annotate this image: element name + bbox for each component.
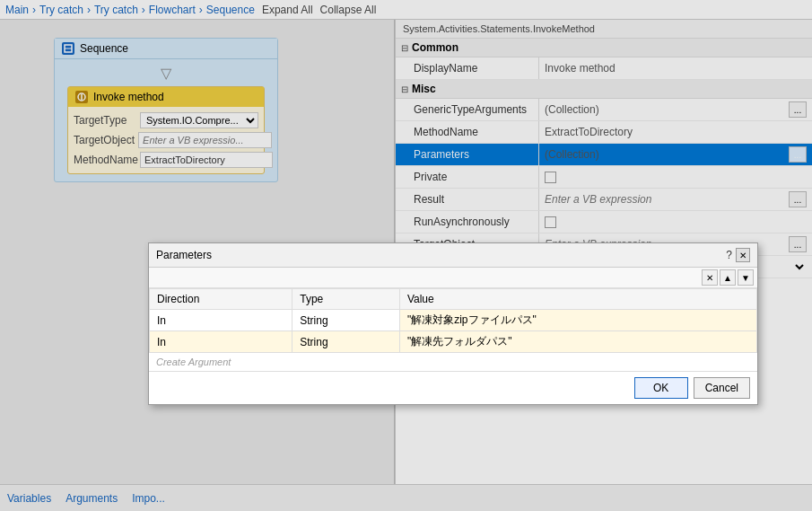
misc-collapse-icon: ⊟ <box>401 84 408 94</box>
param-0-direction: In <box>150 310 292 331</box>
param-row-0[interactable]: In String "解凍対象zipファイルパス" <box>150 310 757 331</box>
breadcrumb-sep-3: › <box>199 4 203 16</box>
dialog-titlebar: Parameters ? ✕ <box>149 243 757 268</box>
target-type-label: TargetType <box>74 114 136 127</box>
prop-row-result: Result ... <box>396 189 812 211</box>
invoke-body: TargetType System.IO.Compre... TargetObj… <box>68 107 264 173</box>
prop-methodname-label: MethodName <box>396 121 539 143</box>
dialog-remove-btn[interactable]: ✕ <box>702 269 718 286</box>
result-browse-btn[interactable]: ... <box>789 191 807 207</box>
parameters-table: Direction Type Value In String "解凍対象zipフ… <box>149 288 757 353</box>
misc-section-header[interactable]: ⊟ Misc <box>396 80 812 99</box>
dialog-up-btn[interactable]: ▲ <box>720 269 736 286</box>
prop-row-private: Private <box>396 166 812 189</box>
sequence-body: ▽ Invoke method TargetType System.IO.C <box>55 59 277 181</box>
dialog-title: Parameters <box>156 249 212 261</box>
prop-row-generictypeargs: GenericTypeArguments (Collection) ... <box>396 99 812 121</box>
misc-section-label: Misc <box>412 83 436 95</box>
sequence-label: Sequence <box>80 42 128 55</box>
breadcrumb-collapse[interactable]: Collapse All <box>320 4 377 16</box>
method-name-label: MethodName <box>74 154 136 166</box>
prop-generictypeargs-label: GenericTypeArguments <box>396 99 539 120</box>
sequence-container: Sequence ▽ Invoke method TargetType <box>54 38 278 182</box>
methodname-text: ExtractToDirectory <box>545 126 633 138</box>
cancel-button[interactable]: Cancel <box>694 377 750 399</box>
generictypeargs-text: (Collection) <box>545 103 599 116</box>
col-direction: Direction <box>150 289 292 310</box>
invoke-method-title: Invoke method <box>93 91 164 103</box>
targetobject-browse-btn[interactable]: ... <box>789 236 807 252</box>
dialog-footer: OK Cancel <box>149 371 757 404</box>
invoke-method-header: Invoke method <box>68 87 264 107</box>
result-input[interactable] <box>545 193 785 206</box>
dialog-close-btn[interactable]: ✕ <box>736 248 750 262</box>
breadcrumb-sequence[interactable]: Sequence <box>206 4 255 16</box>
param-row-1[interactable]: In String "解凍先フォルダパス" <box>150 331 757 353</box>
prop-row-parameters[interactable]: Parameters (Collection) ... <box>396 144 812 166</box>
param-1-type: String <box>292 331 400 353</box>
breadcrumb-try-catch-2[interactable]: Try catch <box>94 4 138 16</box>
invoke-method-box: Invoke method TargetType System.IO.Compr… <box>67 86 265 174</box>
breadcrumb-sep-0: › <box>32 4 36 16</box>
prop-row-displayname: DisplayName Invoke method <box>396 57 812 80</box>
prop-runasync-value <box>539 214 812 231</box>
breadcrumb-flowchart[interactable]: Flowchart <box>149 4 196 16</box>
prop-parameters-value: (Collection) ... <box>539 144 812 165</box>
breadcrumb-sep-2: › <box>142 4 145 16</box>
dialog-down-btn[interactable]: ▼ <box>738 269 754 286</box>
imports-tab[interactable]: Impo... <box>132 492 165 505</box>
dialog-content: Direction Type Value In String "解凍対象zipフ… <box>149 288 757 371</box>
prop-runasync-label: RunAsynchronously <box>396 211 539 233</box>
col-value: Value <box>399 289 756 310</box>
generictypeargs-browse-btn[interactable]: ... <box>789 101 807 118</box>
common-section-label: Common <box>412 41 458 54</box>
prop-private-label: Private <box>396 166 539 188</box>
prop-row-methodname: MethodName ExtractToDirectory <box>396 121 812 144</box>
properties-title: System.Activities.Statements.InvokeMetho… <box>396 20 812 39</box>
ok-button[interactable]: OK <box>634 377 688 399</box>
parameters-browse-btn[interactable]: ... <box>789 146 807 163</box>
runasync-checkbox[interactable] <box>545 216 556 228</box>
breadcrumb-expand[interactable]: Expand All <box>262 4 313 16</box>
breadcrumb-try-catch-1[interactable]: Try catch <box>39 4 83 16</box>
flow-down-arrow: ▽ <box>161 66 171 81</box>
parameters-text: (Collection) <box>545 148 599 161</box>
param-0-type: String <box>292 310 400 331</box>
invoke-row-targetobj: TargetObject <box>74 132 258 148</box>
displayname-text: Invoke method <box>545 62 616 75</box>
variables-tab[interactable]: Variables <box>7 492 51 505</box>
breadcrumb-main[interactable]: Main <box>5 4 29 16</box>
param-1-value[interactable]: "解凍先フォルダパス" <box>399 331 756 353</box>
prop-generictypeargs-value: (Collection) ... <box>539 99 812 120</box>
prop-methodname-value: ExtractToDirectory <box>539 123 812 141</box>
dialog-toolbar: ✕ ▲ ▼ <box>149 268 757 288</box>
prop-parameters-label: Parameters <box>396 144 539 165</box>
param-0-value[interactable]: "解凍対象zipファイルパス" <box>399 310 756 331</box>
method-name-input[interactable] <box>140 152 273 168</box>
target-object-input[interactable] <box>138 132 272 148</box>
dialog-help-btn[interactable]: ? <box>726 249 732 261</box>
dialog-controls: ? ✕ <box>726 248 750 262</box>
common-section-header[interactable]: ⊟ Common <box>396 39 812 57</box>
prop-result-label: Result <box>396 189 539 210</box>
breadcrumb-sep-1: › <box>87 4 91 16</box>
prop-row-runasync: RunAsynchronously <box>396 211 812 233</box>
status-bar: Variables Arguments Impo... <box>0 484 812 511</box>
parameters-dialog: Parameters ? ✕ ✕ ▲ ▼ Direction Type Valu… <box>148 242 758 405</box>
invoke-row-targettype: TargetType System.IO.Compre... <box>74 112 258 128</box>
common-collapse-icon: ⊟ <box>401 43 408 53</box>
prop-result-value: ... <box>539 189 812 210</box>
invoke-icon <box>75 91 88 103</box>
target-type-select[interactable]: System.IO.Compre... <box>140 112 258 128</box>
arguments-tab[interactable]: Arguments <box>65 492 118 505</box>
sequence-header: Sequence <box>55 39 277 59</box>
prop-displayname-label: DisplayName <box>396 57 539 79</box>
col-type: Type <box>292 289 400 310</box>
breadcrumb-bar: Main › Try catch › Try catch › Flowchart… <box>0 0 812 20</box>
prop-displayname-value: Invoke method <box>539 59 812 77</box>
create-argument-row[interactable]: Create Argument <box>149 353 757 371</box>
invoke-row-methodname: MethodName <box>74 152 258 168</box>
target-object-label: TargetObject <box>74 134 135 146</box>
private-checkbox[interactable] <box>545 172 556 183</box>
param-1-direction: In <box>150 331 292 353</box>
